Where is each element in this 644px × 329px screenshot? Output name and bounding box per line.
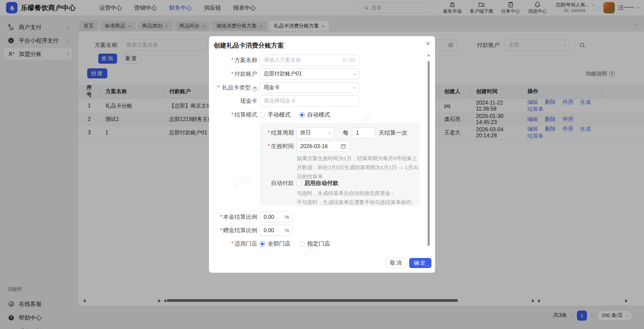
plan-name-label: 方案名称 (209, 56, 257, 64)
manual-mode-radio[interactable] (260, 112, 265, 118)
principal-ratio-label: 本金结算比例 (209, 213, 257, 221)
principal-ratio-input[interactable]: 0.00 % (260, 211, 293, 222)
close-icon[interactable] (426, 40, 430, 48)
all-stores-radio[interactable] (260, 241, 265, 247)
pay-account-label: 付款账户 (209, 70, 257, 78)
every-prefix: 每 (343, 129, 348, 137)
cycle-label: 结算周期 (260, 129, 294, 137)
auto-pay-label: 自动付款 (260, 179, 294, 187)
plan-name-input[interactable]: 请输入方案名称 0 / 50 (260, 55, 359, 66)
chevron-down-icon (353, 86, 356, 88)
specified-stores-text[interactable]: 指定门店 (307, 240, 330, 248)
cash-card-label: 现金卡 (209, 97, 257, 105)
modal-scrollbar[interactable] (427, 54, 430, 268)
auto-pay-checkbox-text[interactable]: 启用自动付款 (304, 179, 338, 187)
auto-mode-settings-panel: 结算周期 按日 每 1 天结算一次 生效时间 2026-03-16 (260, 123, 420, 206)
scrollbar-thumb[interactable] (428, 61, 430, 246)
scroll-up-arrow[interactable] (427, 54, 430, 56)
settle-mode-label: 结算模式 (209, 111, 257, 119)
dialog-title: 创建礼品卡消费分账方案 (214, 41, 284, 50)
watermark: 4830 (231, 172, 253, 192)
auto-pay-checkbox[interactable] (296, 181, 302, 186)
effective-label: 生效时间 (260, 142, 294, 150)
cash-card-select[interactable]: 请选择现金卡 (260, 95, 359, 107)
chevron-down-icon (353, 72, 356, 75)
chevron-down-icon (328, 131, 331, 134)
cycle-days-input[interactable]: 1 (352, 127, 375, 138)
percent-unit: % (285, 227, 289, 233)
all-stores-text[interactable]: 全部门店 (268, 240, 290, 248)
effective-hint: 如果方案生效时间为1月，结算周期为每月5号结算上月数据；则在2月5日生成结算周期… (297, 154, 422, 181)
percent-unit: % (285, 214, 289, 220)
char-counter: 0 / 50 (342, 57, 355, 63)
scroll-down-arrow[interactable] (427, 265, 430, 267)
calendar-icon (341, 144, 346, 149)
bonus-ratio-label: 赠金结算比例 (209, 226, 257, 234)
card-type-label: 礼品卡类型 ? (209, 84, 257, 91)
bonus-ratio-input[interactable]: 0.00 % (260, 225, 293, 236)
card-type-select[interactable]: 现金卡 (260, 82, 359, 93)
auto-pay-hint: 勾选时，生成结算单后自动扣除总部资金； 不勾选时，生成结算单后需要手动勾选结算单… (297, 189, 426, 207)
stores-label: 适用门店 (209, 240, 257, 248)
auto-mode-radio[interactable] (299, 112, 305, 118)
effective-date-input[interactable]: 2026-03-16 (296, 141, 350, 152)
manual-mode-text[interactable]: 手动模式 (268, 111, 290, 119)
create-giftcard-split-dialog: 4830 4830 4830 创建礼品卡消费分账方案 方案名称 请输入方案名称 … (209, 36, 435, 273)
specified-stores-radio[interactable] (299, 241, 305, 247)
cycle-select[interactable]: 按日 (296, 127, 334, 138)
every-suffix: 天结算一次 (379, 129, 407, 137)
cancel-button[interactable]: 取消 (386, 258, 407, 268)
question-circle-icon[interactable]: ? (252, 86, 257, 91)
auto-mode-text[interactable]: 自动模式 (307, 111, 330, 119)
pay-account-select[interactable]: 总部付款账户01 (260, 68, 359, 79)
